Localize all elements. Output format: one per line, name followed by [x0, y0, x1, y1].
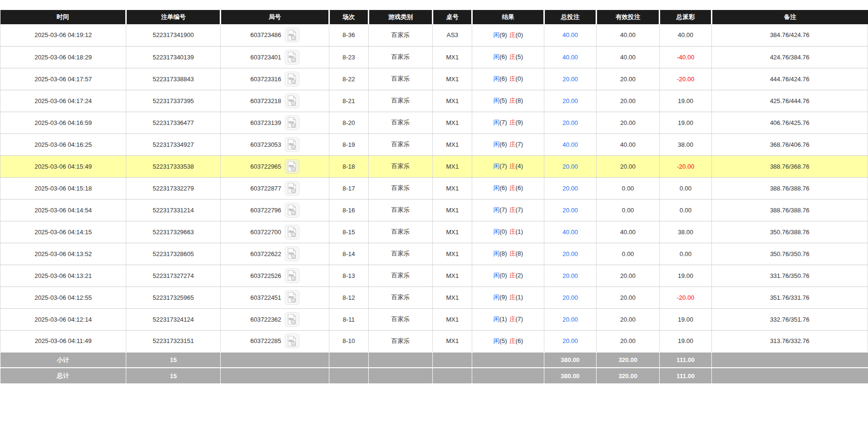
- video-replay-button[interactable]: [285, 334, 299, 348]
- table-row[interactable]: 2025-03-06 04:12:55 522317325965 6037224…: [0, 286, 868, 308]
- cell-total-payout: 19.00: [660, 112, 712, 133]
- table-row[interactable]: 2025-03-06 04:15:18 522317332279 6037228…: [0, 177, 868, 199]
- banker-result-score: (7): [515, 206, 523, 213]
- video-replay-button[interactable]: [285, 312, 299, 327]
- cell-game-type: 百家乐: [368, 243, 432, 265]
- summary-empty-cell: [433, 352, 472, 368]
- video-replay-button[interactable]: [285, 94, 299, 108]
- player-result-score: (9): [499, 31, 507, 38]
- round-id-text: 603722362: [251, 316, 281, 323]
- banker-result-score: (8): [515, 250, 523, 257]
- video-replay-button[interactable]: [285, 268, 299, 283]
- player-result-label: 闲: [493, 184, 499, 191]
- table-row[interactable]: 2025-03-06 04:12:14 522317324124 6037223…: [0, 308, 868, 330]
- cell-round-id: 603722526: [221, 265, 329, 286]
- video-replay-button[interactable]: [285, 50, 299, 65]
- table-row[interactable]: 2025-03-06 04:19:12 522317341900 6037234…: [0, 24, 868, 46]
- cell-result: 闲(6)庄(6): [472, 177, 544, 199]
- summary-row: 总计 15 380.00 320.00 111.00: [0, 368, 868, 383]
- cell-table-no: MX1: [433, 221, 472, 243]
- video-replay-button[interactable]: [285, 181, 299, 196]
- cell-round-id: 603722285: [221, 330, 329, 352]
- cell-game-type: 百家乐: [368, 68, 432, 90]
- video-replay-icon: [287, 182, 297, 194]
- cell-total-payout: 38.00: [660, 133, 712, 155]
- table-row[interactable]: 2025-03-06 04:16:25 522317334927 6037230…: [0, 133, 868, 155]
- video-replay-button[interactable]: [285, 290, 299, 305]
- table-row[interactable]: 2025-03-06 04:17:24 522317337395 6037232…: [0, 90, 868, 112]
- video-replay-button[interactable]: [285, 137, 299, 152]
- cell-bet-id: 522317329663: [126, 221, 221, 243]
- cell-time: 2025-03-06 04:12:55: [0, 286, 126, 308]
- table-row[interactable]: 2025-03-06 04:13:52 522317328605 6037226…: [0, 243, 868, 265]
- cell-time: 2025-03-06 04:16:25: [0, 133, 126, 155]
- cell-total-payout: -20.00: [660, 155, 712, 177]
- cell-session: 8-15: [329, 221, 368, 243]
- cell-bet-id: 522317328605: [126, 243, 221, 265]
- cell-table-no: MX1: [433, 199, 472, 221]
- player-result-score: (0): [499, 272, 507, 279]
- table-row[interactable]: 2025-03-06 04:18:29 522317340139 6037234…: [0, 46, 868, 68]
- cell-valid-bet: 20.00: [596, 308, 659, 330]
- banker-result-label: 庄: [509, 75, 515, 82]
- cell-round-id: 603723486: [221, 24, 329, 46]
- cell-total-bet: 20.00: [544, 243, 597, 265]
- video-replay-icon: [287, 139, 297, 150]
- video-replay-button[interactable]: [285, 247, 299, 261]
- player-result-label: 闲: [493, 53, 499, 60]
- table-row[interactable]: 2025-03-06 04:14:15 522317329663 6037227…: [0, 221, 868, 243]
- cell-remark: 388.76/368.76: [711, 155, 868, 177]
- video-replay-button[interactable]: [285, 72, 299, 86]
- cell-game-type: 百家乐: [368, 265, 432, 286]
- table-row[interactable]: 2025-03-06 04:13:21 522317327274 6037225…: [0, 265, 868, 286]
- cell-valid-bet: 20.00: [596, 90, 659, 112]
- cell-time: 2025-03-06 04:15:18: [0, 177, 126, 199]
- player-result-label: 闲: [493, 97, 499, 104]
- cell-total-bet: 40.00: [544, 221, 597, 243]
- bet-records-page: 时间 注单编号 局号 场次 游戏类别 桌号 结果 总投注 有效投注 总派彩 备注…: [0, 0, 868, 383]
- cell-game-type: 百家乐: [368, 308, 432, 330]
- cell-session: 8-14: [329, 243, 368, 265]
- video-replay-button[interactable]: [285, 115, 299, 130]
- summary-row: 小计 15 380.00 320.00 111.00: [0, 352, 868, 368]
- cell-total-payout: -40.00: [660, 46, 712, 68]
- video-replay-button[interactable]: [285, 28, 299, 42]
- banker-result-score: (5): [515, 53, 523, 60]
- cell-time: 2025-03-06 04:13:52: [0, 243, 126, 265]
- cell-result: 闲(6)庄(0): [472, 68, 544, 90]
- player-result-label: 闲: [493, 119, 499, 126]
- video-replay-button[interactable]: [285, 225, 299, 239]
- video-replay-icon: [287, 161, 297, 172]
- cell-game-type: 百家乐: [368, 177, 432, 199]
- cell-time: 2025-03-06 04:16:59: [0, 112, 126, 133]
- cell-total-bet: 20.00: [544, 199, 597, 221]
- cell-bet-id: 522317338843: [126, 68, 221, 90]
- video-replay-button[interactable]: [285, 203, 299, 218]
- cell-table-no: MX1: [433, 68, 472, 90]
- video-replay-icon: [287, 204, 297, 216]
- summary-empty-cell: [433, 368, 472, 383]
- video-replay-button[interactable]: [285, 159, 299, 174]
- table-row[interactable]: 2025-03-06 04:11:49 522317323151 6037222…: [0, 330, 868, 352]
- cell-table-no: MX1: [433, 155, 472, 177]
- table-row[interactable]: 2025-03-06 04:14:54 522317331214 6037227…: [0, 199, 868, 221]
- cell-total-bet: 20.00: [544, 177, 597, 199]
- table-row[interactable]: 2025-03-06 04:16:59 522317336477 6037231…: [0, 112, 868, 133]
- table-row[interactable]: 2025-03-06 04:17:57 522317338843 6037233…: [0, 68, 868, 90]
- table-row[interactable]: 2025-03-06 04:15:49 522317333538 6037229…: [0, 155, 868, 177]
- cell-table-no: MX1: [433, 286, 472, 308]
- video-replay-icon: [287, 248, 297, 259]
- cell-total-bet: 20.00: [544, 308, 597, 330]
- column-header-total-payout: 总派彩: [660, 10, 712, 24]
- cell-valid-bet: 40.00: [596, 133, 659, 155]
- cell-bet-id: 522317337395: [126, 90, 221, 112]
- cell-bet-id: 522317323151: [126, 330, 221, 352]
- banker-result-score: (6): [515, 337, 523, 344]
- cell-valid-bet: 20.00: [596, 112, 659, 133]
- summary-count: 15: [126, 352, 221, 368]
- cell-remark: 406.76/425.76: [711, 112, 868, 133]
- cell-bet-id: 522317332279: [126, 177, 221, 199]
- player-result-score: (9): [499, 294, 507, 301]
- cell-time: 2025-03-06 04:17:57: [0, 68, 126, 90]
- cell-session: 8-20: [329, 112, 368, 133]
